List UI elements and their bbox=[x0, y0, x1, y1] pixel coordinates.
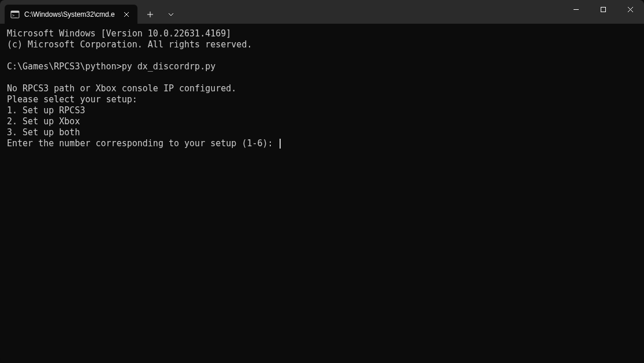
svg-text:>_: >_ bbox=[12, 13, 17, 18]
tab-area: >_ C:\Windows\System32\cmd.e bbox=[0, 0, 181, 24]
svg-rect-1 bbox=[11, 11, 19, 13]
terminal-prompt: Enter the number corresponding to your s… bbox=[7, 138, 278, 149]
cmd-icon: >_ bbox=[10, 10, 20, 19]
terminal-line: 2. Set up Xbox bbox=[7, 116, 80, 127]
new-tab-button[interactable] bbox=[140, 5, 161, 24]
cursor-icon bbox=[280, 139, 281, 149]
titlebar: >_ C:\Windows\System32\cmd.e bbox=[0, 0, 644, 24]
tab-title: C:\Windows\System32\cmd.e bbox=[24, 10, 117, 18]
terminal-line: (c) Microsoft Corporation. All rights re… bbox=[7, 39, 252, 50]
terminal-line: Please select your setup: bbox=[7, 94, 137, 105]
tab-active[interactable]: >_ C:\Windows\System32\cmd.e bbox=[5, 5, 137, 24]
terminal-line: 1. Set up RPCS3 bbox=[7, 105, 85, 116]
minimize-button[interactable] bbox=[563, 0, 590, 18]
close-window-button[interactable] bbox=[617, 0, 644, 18]
terminal-line: C:\Games\RPCS3\python>py dx_discordrp.py bbox=[7, 61, 215, 72]
terminal-line: Microsoft Windows [Version 10.0.22631.41… bbox=[7, 28, 231, 39]
tab-dropdown-button[interactable] bbox=[161, 5, 181, 24]
tab-close-button[interactable] bbox=[121, 9, 132, 20]
svg-rect-8 bbox=[601, 7, 606, 12]
maximize-button[interactable] bbox=[590, 0, 617, 18]
terminal-line: No RPCS3 path or Xbox console IP configu… bbox=[7, 83, 236, 94]
terminal-output[interactable]: Microsoft Windows [Version 10.0.22631.41… bbox=[0, 24, 644, 363]
window-controls bbox=[563, 0, 644, 24]
terminal-line: 3. Set up both bbox=[7, 127, 80, 138]
